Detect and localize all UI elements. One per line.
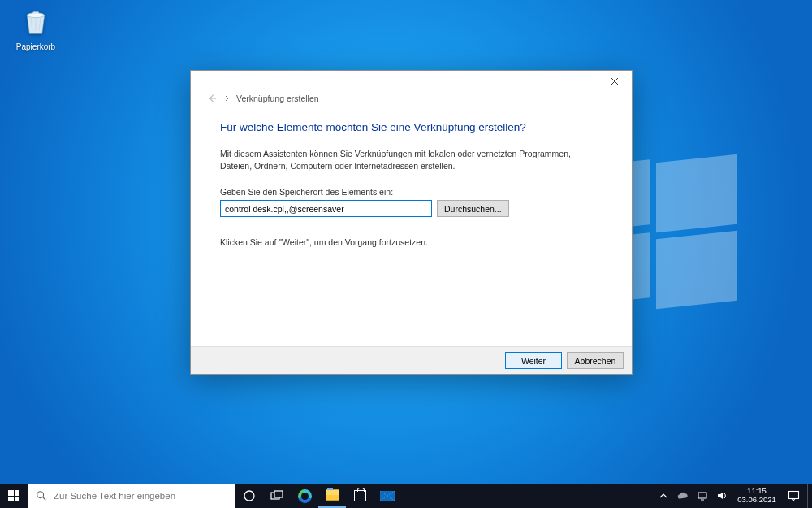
windows-logo-icon	[8, 490, 19, 501]
svg-rect-5	[698, 493, 706, 498]
dialog-body: Für welche Elemente möchten Sie eine Ver…	[191, 116, 632, 346]
dialog-heading: Für welche Elemente möchten Sie eine Ver…	[220, 121, 603, 133]
breadcrumb-separator-icon	[225, 94, 230, 103]
create-shortcut-dialog: Verknüpfung erstellen Für welche Element…	[190, 70, 633, 375]
next-button[interactable]: Weiter	[505, 352, 562, 369]
edge-icon	[298, 489, 312, 503]
dialog-footer: Weiter Abbrechen	[191, 346, 632, 374]
tray-overflow-button[interactable]	[654, 492, 672, 500]
search-input[interactable]	[54, 491, 227, 501]
cancel-button[interactable]: Abbrechen	[567, 352, 624, 369]
back-arrow-icon	[206, 93, 218, 104]
recycle-bin[interactable]: Papierkorb	[10, 7, 62, 51]
mail-button[interactable]	[374, 484, 401, 508]
system-tray	[651, 484, 734, 508]
network-icon	[697, 490, 708, 501]
mail-icon	[380, 491, 395, 501]
svg-point-0	[27, 13, 44, 18]
svg-rect-6	[788, 492, 798, 499]
cortana-button[interactable]	[235, 484, 263, 508]
task-view-icon	[270, 490, 283, 501]
breadcrumb-title: Verknüpfung erstellen	[236, 93, 319, 103]
svg-point-1	[37, 492, 44, 498]
start-button[interactable]	[0, 484, 28, 508]
store-button[interactable]	[346, 484, 374, 508]
browse-button[interactable]: Durchsuchen...	[437, 200, 509, 217]
svg-rect-4	[274, 491, 283, 497]
taskbar-search[interactable]	[28, 484, 235, 508]
recycle-bin-label: Papierkorb	[10, 42, 62, 51]
dialog-titlebar	[191, 71, 632, 92]
svg-point-2	[244, 491, 254, 501]
chevron-up-icon	[659, 492, 667, 500]
search-icon	[36, 490, 47, 501]
store-icon	[354, 490, 366, 501]
tray-volume[interactable]	[713, 490, 731, 501]
cloud-icon	[676, 491, 689, 501]
volume-icon	[716, 490, 728, 501]
taskbar-clock[interactable]: 11:15 03.06.2021	[734, 484, 780, 508]
close-icon	[611, 77, 619, 85]
show-desktop-button[interactable]	[807, 484, 812, 508]
tray-network[interactable]	[693, 490, 711, 501]
dialog-description: Mit diesem Assistenten können Sie Verknü…	[220, 148, 585, 172]
edge-button[interactable]	[291, 484, 318, 508]
taskbar: 11:15 03.06.2021	[0, 484, 812, 508]
tray-onedrive[interactable]	[674, 491, 692, 501]
file-explorer-icon	[326, 489, 339, 501]
action-center-button[interactable]	[780, 484, 807, 508]
cortana-icon	[243, 489, 256, 502]
recycle-bin-icon	[20, 7, 51, 37]
breadcrumb: Verknüpfung erstellen	[191, 92, 632, 105]
clock-date: 03.06.2021	[737, 496, 776, 505]
task-view-button[interactable]	[263, 484, 291, 508]
continue-hint: Klicken Sie auf "Weiter", um den Vorgang…	[220, 237, 585, 249]
action-center-icon	[788, 490, 800, 501]
file-explorer-button[interactable]	[318, 484, 346, 508]
location-label: Geben Sie den Speicherort des Elements e…	[220, 187, 603, 197]
back-button[interactable]	[205, 92, 218, 105]
close-button[interactable]	[598, 71, 632, 92]
location-input[interactable]	[220, 200, 432, 217]
taskbar-apps	[235, 484, 401, 508]
